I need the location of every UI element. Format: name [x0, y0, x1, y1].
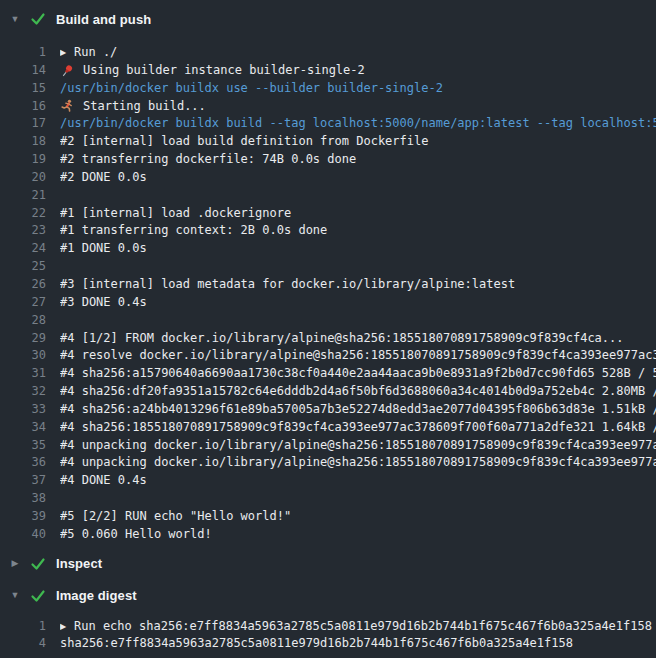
log-line: 1▶Run echo sha256:e7ff8834a5963a2785c5a0…: [0, 618, 656, 636]
chevron-down-icon[interactable]: ▼: [10, 591, 20, 600]
log-line: 23#1 transferring context: 2B 0.0s done: [0, 222, 656, 240]
log-line-content: #4 sha256:185518070891758909c9f839cf4ca3…: [60, 419, 656, 437]
line-number[interactable]: 16: [0, 98, 46, 116]
log-section: ▼Image digest1▶Run echo sha256:e7ff8834a…: [0, 583, 656, 654]
line-number[interactable]: 1: [0, 618, 46, 636]
line-number[interactable]: 34: [0, 419, 46, 437]
line-number[interactable]: 31: [0, 365, 46, 383]
line-number[interactable]: 39: [0, 508, 46, 526]
log-line-content: #4 sha256:df20fa9351a15782c64e6dddb2d4a6…: [60, 383, 656, 401]
log-line-text: #1 [internal] load .dockerignore: [60, 205, 291, 223]
line-number[interactable]: 29: [0, 330, 46, 348]
log-line-text: #4 sha256:185518070891758909c9f839cf4ca3…: [60, 419, 656, 437]
line-number[interactable]: 28: [0, 312, 46, 330]
log-line-text: #5 0.060 Hello world!: [60, 526, 212, 544]
line-number[interactable]: 21: [0, 187, 46, 205]
check-icon: [30, 556, 46, 572]
log-line: 37#4 DONE 0.4s: [0, 472, 656, 490]
log-line-content: #3 [internal] load metadata for docker.i…: [60, 276, 656, 294]
log-line: 21: [0, 187, 656, 205]
runner-icon: [60, 99, 74, 113]
chevron-down-icon[interactable]: ▼: [10, 15, 20, 24]
line-number[interactable]: 40: [0, 526, 46, 544]
log-line-content: #2 DONE 0.0s: [60, 169, 656, 187]
expand-group-icon[interactable]: ▶: [60, 623, 74, 631]
log-line-content: #4 unpacking docker.io/library/alpine@sh…: [60, 454, 656, 472]
chevron-right-icon[interactable]: ▶: [10, 559, 20, 568]
log-line: 24#1 DONE 0.0s: [0, 240, 656, 258]
line-number[interactable]: 35: [0, 437, 46, 455]
line-number[interactable]: 27: [0, 294, 46, 312]
line-number[interactable]: 25: [0, 258, 46, 276]
log-line-content: #5 [2/2] RUN echo "Hello world!": [60, 508, 656, 526]
workflow-log-viewer: ▼Build and push1▶Run ./14Using builder i…: [0, 0, 656, 658]
log-line: 35#4 unpacking docker.io/library/alpine@…: [0, 437, 656, 455]
line-number[interactable]: 17: [0, 115, 46, 133]
line-number[interactable]: 38: [0, 490, 46, 508]
section-header[interactable]: ▼Image digest: [0, 583, 656, 609]
log-line-content: ▶Run echo sha256:e7ff8834a5963a2785c5a08…: [60, 618, 656, 636]
line-number[interactable]: 14: [0, 62, 46, 80]
line-number[interactable]: 4: [0, 635, 46, 653]
line-number[interactable]: 36: [0, 454, 46, 472]
log-line-text: Starting build...: [83, 98, 206, 116]
log-line: 22#1 [internal] load .dockerignore: [0, 205, 656, 223]
line-number[interactable]: 24: [0, 240, 46, 258]
log-line: 20#2 DONE 0.0s: [0, 169, 656, 187]
log-line: 19#2 transferring dockerfile: 74B 0.0s d…: [0, 151, 656, 169]
log-line-text: #4 sha256:a15790640a6690aa1730c38cf0a440…: [60, 365, 656, 383]
log-line-text: #4 sha256:df20fa9351a15782c64e6dddb2d4a6…: [60, 383, 656, 401]
line-number[interactable]: 15: [0, 80, 46, 98]
line-number[interactable]: 1: [0, 44, 46, 62]
line-number[interactable]: 30: [0, 347, 46, 365]
log-line: 32#4 sha256:df20fa9351a15782c64e6dddb2d4…: [0, 383, 656, 401]
log-line-content: /usr/bin/docker buildx build --tag local…: [60, 115, 656, 133]
line-number[interactable]: 22: [0, 205, 46, 223]
log-line-content: Starting build...: [60, 98, 656, 116]
log-section: ▶Inspect: [0, 551, 656, 577]
line-number[interactable]: 33: [0, 401, 46, 419]
check-icon: [30, 588, 46, 604]
log-line-content: sha256:e7ff8834a5963a2785c5a0811e979d16b…: [60, 635, 656, 653]
log-line-content: /usr/bin/docker buildx use --builder bui…: [60, 80, 656, 98]
log-line-text: #4 resolve docker.io/library/alpine@sha2…: [60, 347, 656, 365]
line-number[interactable]: 32: [0, 383, 46, 401]
log-line-text: #4 unpacking docker.io/library/alpine@sh…: [60, 454, 656, 472]
log-line: 17/usr/bin/docker buildx build --tag loc…: [0, 115, 656, 133]
log-line-text: #5 [2/2] RUN echo "Hello world!": [60, 508, 291, 526]
log-line: 4sha256:e7ff8834a5963a2785c5a0811e979d16…: [0, 635, 656, 653]
log-line-content: #4 [1/2] FROM docker.io/library/alpine@s…: [60, 330, 656, 348]
log-line: 31#4 sha256:a15790640a6690aa1730c38cf0a4…: [0, 365, 656, 383]
line-number[interactable]: 19: [0, 151, 46, 169]
log-line: 34#4 sha256:185518070891758909c9f839cf4c…: [0, 419, 656, 437]
log-line: 40#5 0.060 Hello world!: [0, 526, 656, 544]
section-title: Build and push: [56, 12, 151, 27]
line-number[interactable]: 20: [0, 169, 46, 187]
section-header[interactable]: ▶Inspect: [0, 551, 656, 577]
log-line-content: #5 0.060 Hello world!: [60, 526, 656, 544]
log-line-content: #3 DONE 0.4s: [60, 294, 656, 312]
line-number[interactable]: 18: [0, 133, 46, 151]
log-line-text: /usr/bin/docker buildx use --builder bui…: [60, 80, 443, 98]
log-line-text: Using builder instance builder-single-2: [83, 62, 365, 80]
log-line-content: #4 sha256:a24bb4013296f61e89ba57005a7b3e…: [60, 401, 656, 419]
log-line-text: #2 [internal] load build definition from…: [60, 133, 428, 151]
line-number[interactable]: 23: [0, 222, 46, 240]
expand-group-icon[interactable]: ▶: [60, 49, 74, 57]
log-line: 36#4 unpacking docker.io/library/alpine@…: [0, 454, 656, 472]
line-number[interactable]: 26: [0, 276, 46, 294]
log-line-content: #2 [internal] load build definition from…: [60, 133, 656, 151]
section-header[interactable]: ▼Build and push: [0, 6, 656, 32]
log-line-content: #1 DONE 0.0s: [60, 240, 656, 258]
log-line-text: Run ./: [74, 44, 117, 62]
line-number[interactable]: 37: [0, 472, 46, 490]
log-line: 25: [0, 258, 656, 276]
log-lines: 1▶Run echo sha256:e7ff8834a5963a2785c5a0…: [0, 618, 656, 654]
log-line-text: #2 transferring dockerfile: 74B 0.0s don…: [60, 151, 356, 169]
log-section: ▼Build and push1▶Run ./14Using builder i…: [0, 6, 656, 544]
log-line: 29#4 [1/2] FROM docker.io/library/alpine…: [0, 330, 656, 348]
log-line: 18#2 [internal] load build definition fr…: [0, 133, 656, 151]
section-title: Inspect: [56, 556, 102, 571]
log-line-text: Run echo sha256:e7ff8834a5963a2785c5a081…: [74, 618, 652, 636]
log-line-content: #4 sha256:a15790640a6690aa1730c38cf0a440…: [60, 365, 656, 383]
